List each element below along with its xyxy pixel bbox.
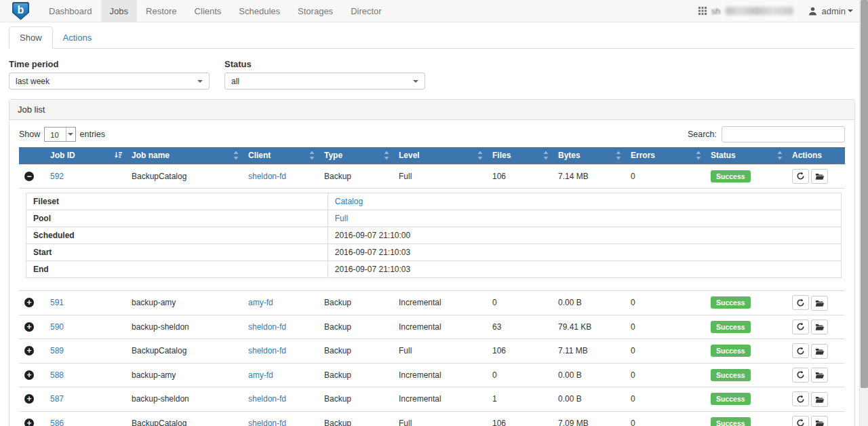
status-cell: Success	[705, 411, 787, 426]
rerun-job-button[interactable]	[792, 169, 809, 184]
errors-cell: 0	[625, 411, 705, 426]
restore-button[interactable]	[811, 320, 828, 334]
detail-link[interactable]: Catalog	[335, 197, 363, 206]
client-cell: amy-fd	[243, 363, 319, 387]
errors-cell: 0	[625, 291, 705, 315]
job-id-link[interactable]: 587	[50, 394, 64, 404]
nav-item-dashboard[interactable]: Dashboard	[40, 0, 101, 22]
column-header-errors[interactable]: Errors	[625, 147, 705, 164]
client-link[interactable]: sheldon-fd	[248, 322, 286, 332]
detail-label: Fileset	[26, 193, 328, 210]
job-id-link[interactable]: 588	[50, 370, 64, 380]
job-id-cell: 589	[45, 339, 126, 364]
collapse-row-icon[interactable]: −	[24, 172, 34, 181]
job-id-cell: 591	[45, 291, 126, 315]
column-header-files[interactable]: Files	[487, 147, 553, 164]
client-link[interactable]: sheldon-fd	[248, 172, 286, 181]
column-header-type[interactable]: Type	[319, 147, 393, 164]
nav-item-restore[interactable]: Restore	[137, 0, 186, 22]
expand-row-icon[interactable]: +	[24, 419, 34, 426]
client-cell: sheldon-fd	[243, 387, 319, 412]
rerun-job-button[interactable]	[792, 391, 809, 406]
nav-item-jobs[interactable]: Jobs	[101, 0, 137, 22]
files-cell: 106	[487, 164, 553, 189]
nav-item-storages[interactable]: Storages	[289, 0, 342, 22]
errors-cell: 0	[625, 315, 705, 339]
expand-row-icon[interactable]: +	[24, 322, 34, 332]
user-menu[interactable]: admin	[822, 6, 853, 16]
job-row-591: +591backup-amyamy-fdBackupIncremental00.…	[19, 291, 845, 315]
restore-button[interactable]	[811, 416, 828, 426]
job-row-589: +589BackupCatalogsheldon-fdBackupFull106…	[19, 339, 845, 364]
rerun-job-icon	[796, 347, 805, 355]
client-cell: sheldon-fd	[243, 315, 319, 339]
job-id-link[interactable]: 589	[50, 346, 64, 355]
nav-item-director[interactable]: Director	[342, 0, 391, 22]
expand-row-icon[interactable]: +	[24, 298, 34, 307]
column-header-bytes[interactable]: Bytes	[553, 147, 625, 164]
page-scrollbar[interactable]	[859, 0, 868, 426]
nav-item-clients[interactable]: Clients	[186, 0, 231, 22]
level-cell: Incremental	[393, 291, 487, 315]
expand-row-icon[interactable]: +	[24, 370, 34, 380]
restore-button[interactable]	[811, 344, 828, 359]
detail-label: Scheduled	[26, 227, 328, 244]
nav-item-schedules[interactable]: Schedules	[230, 0, 289, 22]
detail-link[interactable]: Full	[335, 214, 348, 223]
column-header-status[interactable]: Status	[705, 147, 787, 164]
column-header-level[interactable]: Level	[393, 147, 487, 164]
restore-button[interactable]	[811, 296, 828, 311]
sort-icon	[383, 151, 390, 160]
column-header-client[interactable]: Client	[243, 147, 319, 164]
job-name-cell: BackupCatalog	[126, 339, 243, 364]
hostname-text: sh	[711, 6, 721, 16]
job-id-link[interactable]: 591	[50, 298, 64, 307]
table-header-row: Job IDJob nameClientTypeLevelFilesBytesE…	[19, 147, 845, 164]
job-id-link[interactable]: 586	[50, 419, 64, 426]
tab-show[interactable]: Show	[9, 26, 53, 49]
tab-bar: Show Actions	[9, 26, 855, 49]
rerun-job-button[interactable]	[792, 295, 809, 310]
time-period-select[interactable]: last week	[9, 73, 210, 90]
bareos-logo[interactable]: b	[0, 0, 40, 22]
files-cell: 0	[487, 291, 553, 315]
column-header-job-name[interactable]: Job name	[126, 147, 243, 164]
rerun-job-button[interactable]	[792, 416, 809, 426]
bareos-shield-icon: b	[12, 2, 29, 20]
status-badge: Success	[711, 170, 751, 182]
job-id-cell: 586	[45, 411, 126, 426]
column-header-job-id[interactable]: Job ID	[45, 147, 126, 164]
search-input[interactable]	[722, 126, 845, 142]
bytes-cell: 7.14 MB	[553, 164, 625, 189]
sort-icon	[776, 151, 783, 160]
bytes-cell: 0.00 B	[553, 363, 625, 387]
expand-row-icon[interactable]: +	[24, 394, 34, 404]
client-link[interactable]: amy-fd	[248, 298, 273, 307]
job-name-cell: backup-amy	[126, 363, 243, 387]
files-cell: 106	[487, 411, 553, 426]
client-link[interactable]: sheldon-fd	[248, 346, 286, 355]
sort-icon	[309, 151, 315, 160]
restore-button[interactable]	[811, 169, 828, 184]
restore-button[interactable]	[811, 392, 828, 407]
rerun-job-button[interactable]	[792, 368, 809, 383]
restore-button[interactable]	[811, 368, 828, 383]
client-link[interactable]: amy-fd	[248, 370, 273, 380]
type-cell: Backup	[319, 339, 393, 364]
detail-label: Pool	[26, 210, 328, 227]
client-cell: sheldon-fd	[243, 411, 319, 426]
time-period-filter: Time period last week	[9, 59, 210, 90]
rerun-job-button[interactable]	[792, 320, 809, 334]
client-link[interactable]: sheldon-fd	[248, 394, 286, 404]
client-link[interactable]: sheldon-fd	[248, 419, 286, 426]
scrollbar-thumb[interactable]	[861, 0, 868, 388]
status-select[interactable]: all	[224, 73, 425, 90]
rerun-job-icon	[796, 395, 805, 404]
rerun-job-button[interactable]	[792, 343, 809, 358]
page-size-select[interactable]: 10	[44, 127, 75, 142]
expand-row-icon[interactable]: +	[24, 346, 34, 355]
tab-actions[interactable]: Actions	[53, 27, 102, 48]
errors-cell: 0	[625, 339, 705, 364]
job-id-link[interactable]: 592	[50, 172, 64, 181]
job-id-link[interactable]: 590	[50, 322, 64, 332]
